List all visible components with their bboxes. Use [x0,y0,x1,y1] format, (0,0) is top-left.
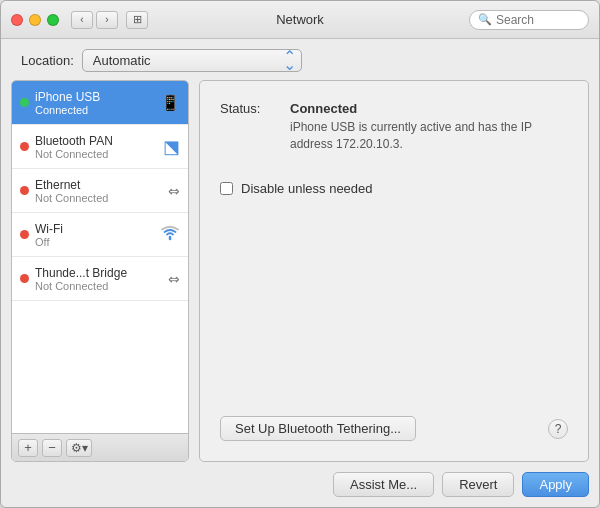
sidebar-item-iphone-usb[interactable]: iPhone USB Connected 📱 [12,81,188,125]
wifi-icon [160,225,180,244]
item-status: Off [35,236,156,248]
minimize-button[interactable] [29,14,41,26]
location-label: Location: [21,53,74,68]
remove-network-button[interactable]: − [42,439,62,457]
disable-checkbox[interactable] [220,182,233,195]
add-network-button[interactable]: + [18,439,38,457]
item-status: Connected [35,104,157,116]
status-value: Connected [290,101,568,116]
sidebar-list: iPhone USB Connected 📱 Bluetooth PAN Not… [12,81,188,433]
detail-panel: Status: Connected iPhone USB is currentl… [199,80,589,462]
back-button[interactable]: ‹ [71,11,93,29]
bluetooth-tethering-button[interactable]: Set Up Bluetooth Tethering... [220,416,416,441]
location-select-wrap: Automatic Edit Locations... ⌃⌄ [82,49,302,72]
status-dot-red [20,274,29,283]
help-button[interactable]: ? [548,419,568,439]
disable-label: Disable unless needed [241,181,373,196]
revert-button[interactable]: Revert [442,472,514,497]
item-text: Wi-Fi Off [35,222,156,248]
item-name: Thunde...t Bridge [35,266,164,280]
nav-buttons: ‹ › [71,11,118,29]
status-row: Status: Connected iPhone USB is currentl… [220,101,568,153]
close-button[interactable] [11,14,23,26]
assist-me-button[interactable]: Assist Me... [333,472,434,497]
thunderbolt-icon: ⇔ [168,271,180,287]
window-title: Network [276,12,324,27]
status-dot-red [20,186,29,195]
checkbox-row: Disable unless needed [220,181,568,196]
status-dot-green [20,98,29,107]
status-dot-red [20,142,29,151]
item-name: Bluetooth PAN [35,134,159,148]
item-name: Wi-Fi [35,222,156,236]
item-text: Thunde...t Bridge Not Connected [35,266,164,292]
sidebar-item-bluetooth-pan[interactable]: Bluetooth PAN Not Connected ⬔ [12,125,188,169]
apply-button[interactable]: Apply [522,472,589,497]
sidebar-toolbar: + − ⚙▾ [12,433,188,461]
titlebar: ‹ › ⊞ Network 🔍 [1,1,599,39]
item-name: iPhone USB [35,90,157,104]
item-text: iPhone USB Connected [35,90,157,116]
status-dot-red [20,230,29,239]
network-window: ‹ › ⊞ Network 🔍 Location: Automatic Edit… [0,0,600,508]
detail-content: Status: Connected iPhone USB is currentl… [199,80,589,462]
detail-spacer [220,196,568,396]
status-info: Connected iPhone USB is currently active… [290,101,568,153]
item-status: Not Connected [35,280,164,292]
sidebar: iPhone USB Connected 📱 Bluetooth PAN Not… [11,80,189,462]
traffic-lights [11,14,59,26]
item-text: Ethernet Not Connected [35,178,164,204]
bluetooth-icon: ⬔ [163,136,180,158]
bottom-bar: Assist Me... Revert Apply [1,462,599,507]
item-status: Not Connected [35,192,164,204]
maximize-button[interactable] [47,14,59,26]
status-detail: iPhone USB is currently active and has t… [290,119,568,153]
grid-button[interactable]: ⊞ [126,11,148,29]
search-box[interactable]: 🔍 [469,10,589,30]
status-label: Status: [220,101,290,116]
forward-button[interactable]: › [96,11,118,29]
sidebar-item-wifi[interactable]: Wi-Fi Off [12,213,188,257]
sidebar-item-thunderbolt[interactable]: Thunde...t Bridge Not Connected ⇔ [12,257,188,301]
search-icon: 🔍 [478,13,492,26]
gear-menu-button[interactable]: ⚙▾ [66,439,92,457]
item-status: Not Connected [35,148,159,160]
detail-inner: Status: Connected iPhone USB is currentl… [220,101,568,441]
sidebar-item-ethernet[interactable]: Ethernet Not Connected ⇔ [12,169,188,213]
location-bar: Location: Automatic Edit Locations... ⌃⌄ [1,39,599,80]
ethernet-icon: ⇔ [168,183,180,199]
iphone-icon: 📱 [161,94,180,112]
location-select[interactable]: Automatic Edit Locations... [82,49,302,72]
item-name: Ethernet [35,178,164,192]
bluetooth-btn-row: Set Up Bluetooth Tethering... ? [220,396,568,441]
search-input[interactable] [496,13,581,27]
item-text: Bluetooth PAN Not Connected [35,134,159,160]
main-content: iPhone USB Connected 📱 Bluetooth PAN Not… [1,80,599,462]
